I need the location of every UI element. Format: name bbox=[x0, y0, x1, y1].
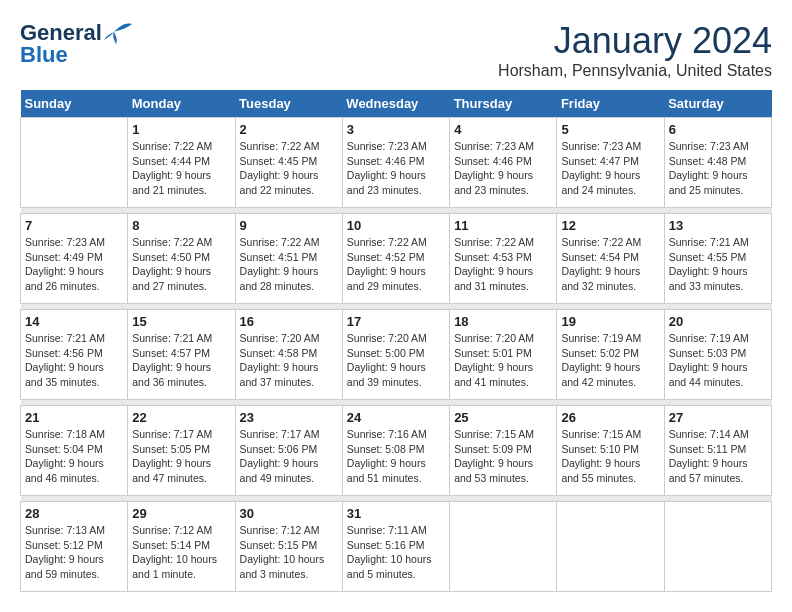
day-number: 9 bbox=[240, 218, 338, 233]
day-cell: 19Sunrise: 7:19 AMSunset: 5:02 PMDayligh… bbox=[557, 310, 664, 400]
day-number: 14 bbox=[25, 314, 123, 329]
day-cell: 21Sunrise: 7:18 AMSunset: 5:04 PMDayligh… bbox=[21, 406, 128, 496]
day-number: 11 bbox=[454, 218, 552, 233]
day-cell: 31Sunrise: 7:11 AMSunset: 5:16 PMDayligh… bbox=[342, 502, 449, 592]
day-number: 10 bbox=[347, 218, 445, 233]
day-cell: 17Sunrise: 7:20 AMSunset: 5:00 PMDayligh… bbox=[342, 310, 449, 400]
day-info: Sunrise: 7:23 AMSunset: 4:48 PMDaylight:… bbox=[669, 139, 767, 198]
day-number: 4 bbox=[454, 122, 552, 137]
month-title: January 2024 bbox=[498, 20, 772, 62]
day-number: 19 bbox=[561, 314, 659, 329]
logo-bird-icon bbox=[104, 22, 134, 44]
day-info: Sunrise: 7:16 AMSunset: 5:08 PMDaylight:… bbox=[347, 427, 445, 486]
title-area: January 2024 Horsham, Pennsylvania, Unit… bbox=[498, 20, 772, 80]
day-info: Sunrise: 7:22 AMSunset: 4:54 PMDaylight:… bbox=[561, 235, 659, 294]
weekday-header-sunday: Sunday bbox=[21, 90, 128, 118]
day-cell: 29Sunrise: 7:12 AMSunset: 5:14 PMDayligh… bbox=[128, 502, 235, 592]
day-cell: 18Sunrise: 7:20 AMSunset: 5:01 PMDayligh… bbox=[450, 310, 557, 400]
location-title: Horsham, Pennsylvania, United States bbox=[498, 62, 772, 80]
day-info: Sunrise: 7:21 AMSunset: 4:55 PMDaylight:… bbox=[669, 235, 767, 294]
day-number: 29 bbox=[132, 506, 230, 521]
day-cell: 16Sunrise: 7:20 AMSunset: 4:58 PMDayligh… bbox=[235, 310, 342, 400]
day-info: Sunrise: 7:21 AMSunset: 4:56 PMDaylight:… bbox=[25, 331, 123, 390]
day-info: Sunrise: 7:21 AMSunset: 4:57 PMDaylight:… bbox=[132, 331, 230, 390]
day-cell: 28Sunrise: 7:13 AMSunset: 5:12 PMDayligh… bbox=[21, 502, 128, 592]
day-cell: 20Sunrise: 7:19 AMSunset: 5:03 PMDayligh… bbox=[664, 310, 771, 400]
day-number: 26 bbox=[561, 410, 659, 425]
day-info: Sunrise: 7:20 AMSunset: 4:58 PMDaylight:… bbox=[240, 331, 338, 390]
day-number: 18 bbox=[454, 314, 552, 329]
day-cell: 9Sunrise: 7:22 AMSunset: 4:51 PMDaylight… bbox=[235, 214, 342, 304]
day-number: 21 bbox=[25, 410, 123, 425]
calendar-table: SundayMondayTuesdayWednesdayThursdayFrid… bbox=[20, 90, 772, 592]
weekday-header-thursday: Thursday bbox=[450, 90, 557, 118]
day-cell: 4Sunrise: 7:23 AMSunset: 4:46 PMDaylight… bbox=[450, 118, 557, 208]
day-info: Sunrise: 7:12 AMSunset: 5:14 PMDaylight:… bbox=[132, 523, 230, 582]
day-cell: 23Sunrise: 7:17 AMSunset: 5:06 PMDayligh… bbox=[235, 406, 342, 496]
weekday-header-friday: Friday bbox=[557, 90, 664, 118]
day-info: Sunrise: 7:23 AMSunset: 4:46 PMDaylight:… bbox=[347, 139, 445, 198]
day-cell bbox=[664, 502, 771, 592]
weekday-header-saturday: Saturday bbox=[664, 90, 771, 118]
week-row-1: 7Sunrise: 7:23 AMSunset: 4:49 PMDaylight… bbox=[21, 214, 772, 304]
day-info: Sunrise: 7:19 AMSunset: 5:03 PMDaylight:… bbox=[669, 331, 767, 390]
day-info: Sunrise: 7:19 AMSunset: 5:02 PMDaylight:… bbox=[561, 331, 659, 390]
day-info: Sunrise: 7:15 AMSunset: 5:09 PMDaylight:… bbox=[454, 427, 552, 486]
day-number: 2 bbox=[240, 122, 338, 137]
day-number: 15 bbox=[132, 314, 230, 329]
day-number: 22 bbox=[132, 410, 230, 425]
day-cell: 7Sunrise: 7:23 AMSunset: 4:49 PMDaylight… bbox=[21, 214, 128, 304]
day-number: 20 bbox=[669, 314, 767, 329]
day-number: 13 bbox=[669, 218, 767, 233]
day-cell: 30Sunrise: 7:12 AMSunset: 5:15 PMDayligh… bbox=[235, 502, 342, 592]
day-info: Sunrise: 7:13 AMSunset: 5:12 PMDaylight:… bbox=[25, 523, 123, 582]
day-info: Sunrise: 7:23 AMSunset: 4:47 PMDaylight:… bbox=[561, 139, 659, 198]
day-cell: 13Sunrise: 7:21 AMSunset: 4:55 PMDayligh… bbox=[664, 214, 771, 304]
day-info: Sunrise: 7:14 AMSunset: 5:11 PMDaylight:… bbox=[669, 427, 767, 486]
day-cell: 15Sunrise: 7:21 AMSunset: 4:57 PMDayligh… bbox=[128, 310, 235, 400]
day-info: Sunrise: 7:17 AMSunset: 5:05 PMDaylight:… bbox=[132, 427, 230, 486]
day-number: 1 bbox=[132, 122, 230, 137]
weekday-header-tuesday: Tuesday bbox=[235, 90, 342, 118]
day-info: Sunrise: 7:20 AMSunset: 5:01 PMDaylight:… bbox=[454, 331, 552, 390]
day-cell: 6Sunrise: 7:23 AMSunset: 4:48 PMDaylight… bbox=[664, 118, 771, 208]
day-info: Sunrise: 7:15 AMSunset: 5:10 PMDaylight:… bbox=[561, 427, 659, 486]
logo-text-blue: Blue bbox=[20, 42, 68, 68]
day-number: 8 bbox=[132, 218, 230, 233]
day-cell: 1Sunrise: 7:22 AMSunset: 4:44 PMDaylight… bbox=[128, 118, 235, 208]
day-info: Sunrise: 7:23 AMSunset: 4:46 PMDaylight:… bbox=[454, 139, 552, 198]
day-info: Sunrise: 7:23 AMSunset: 4:49 PMDaylight:… bbox=[25, 235, 123, 294]
day-info: Sunrise: 7:22 AMSunset: 4:44 PMDaylight:… bbox=[132, 139, 230, 198]
day-number: 30 bbox=[240, 506, 338, 521]
week-row-4: 28Sunrise: 7:13 AMSunset: 5:12 PMDayligh… bbox=[21, 502, 772, 592]
week-row-0: 1Sunrise: 7:22 AMSunset: 4:44 PMDaylight… bbox=[21, 118, 772, 208]
day-number: 31 bbox=[347, 506, 445, 521]
day-cell: 10Sunrise: 7:22 AMSunset: 4:52 PMDayligh… bbox=[342, 214, 449, 304]
day-info: Sunrise: 7:22 AMSunset: 4:50 PMDaylight:… bbox=[132, 235, 230, 294]
day-info: Sunrise: 7:20 AMSunset: 5:00 PMDaylight:… bbox=[347, 331, 445, 390]
day-cell: 5Sunrise: 7:23 AMSunset: 4:47 PMDaylight… bbox=[557, 118, 664, 208]
day-cell: 8Sunrise: 7:22 AMSunset: 4:50 PMDaylight… bbox=[128, 214, 235, 304]
day-number: 12 bbox=[561, 218, 659, 233]
day-number: 17 bbox=[347, 314, 445, 329]
day-cell: 11Sunrise: 7:22 AMSunset: 4:53 PMDayligh… bbox=[450, 214, 557, 304]
day-cell: 3Sunrise: 7:23 AMSunset: 4:46 PMDaylight… bbox=[342, 118, 449, 208]
day-info: Sunrise: 7:18 AMSunset: 5:04 PMDaylight:… bbox=[25, 427, 123, 486]
day-number: 23 bbox=[240, 410, 338, 425]
day-number: 27 bbox=[669, 410, 767, 425]
day-cell: 26Sunrise: 7:15 AMSunset: 5:10 PMDayligh… bbox=[557, 406, 664, 496]
day-info: Sunrise: 7:22 AMSunset: 4:45 PMDaylight:… bbox=[240, 139, 338, 198]
day-info: Sunrise: 7:22 AMSunset: 4:52 PMDaylight:… bbox=[347, 235, 445, 294]
day-number: 5 bbox=[561, 122, 659, 137]
day-number: 7 bbox=[25, 218, 123, 233]
day-cell: 27Sunrise: 7:14 AMSunset: 5:11 PMDayligh… bbox=[664, 406, 771, 496]
day-cell: 24Sunrise: 7:16 AMSunset: 5:08 PMDayligh… bbox=[342, 406, 449, 496]
day-number: 16 bbox=[240, 314, 338, 329]
weekday-header-monday: Monday bbox=[128, 90, 235, 118]
weekday-header-row: SundayMondayTuesdayWednesdayThursdayFrid… bbox=[21, 90, 772, 118]
day-info: Sunrise: 7:11 AMSunset: 5:16 PMDaylight:… bbox=[347, 523, 445, 582]
day-number: 25 bbox=[454, 410, 552, 425]
day-info: Sunrise: 7:22 AMSunset: 4:53 PMDaylight:… bbox=[454, 235, 552, 294]
day-cell: 25Sunrise: 7:15 AMSunset: 5:09 PMDayligh… bbox=[450, 406, 557, 496]
day-info: Sunrise: 7:22 AMSunset: 4:51 PMDaylight:… bbox=[240, 235, 338, 294]
